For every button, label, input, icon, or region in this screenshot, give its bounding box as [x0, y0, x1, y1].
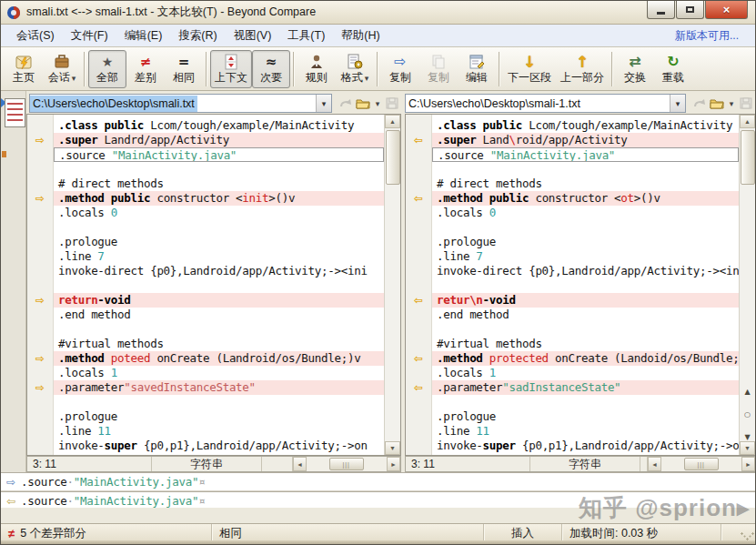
- ignore-unimportant-button[interactable]: ≈次要: [252, 50, 290, 88]
- scroll-down-icon[interactable]: ▼: [740, 441, 755, 455]
- left-vscroll-thumb[interactable]: [386, 130, 400, 185]
- code-line[interactable]: [54, 220, 384, 235]
- diff-marker-icon[interactable]: ⇦: [406, 133, 431, 147]
- code-line[interactable]: .locals 0: [432, 206, 739, 220]
- diff-marker-icon[interactable]: ⇨: [27, 293, 53, 308]
- scroll-down-icon[interactable]: ▼: [385, 441, 400, 455]
- code-line[interactable]: [432, 322, 739, 337]
- menu-item-2[interactable]: 编辑(E): [116, 25, 171, 46]
- code-line[interactable]: .line 7: [432, 249, 739, 264]
- menu-item-0[interactable]: 会话(S): [8, 25, 63, 46]
- center-diff-icon[interactable]: ○: [740, 410, 755, 419]
- left-save-icon[interactable]: [383, 96, 401, 112]
- diff-marker-icon[interactable]: ⇦: [406, 191, 431, 206]
- show-all-button[interactable]: ★全部: [88, 50, 126, 88]
- diff-marker-icon[interactable]: ⇦: [406, 351, 431, 366]
- left-hscrollbar[interactable]: ◄ ||| ►: [292, 457, 400, 471]
- code-line[interactable]: #virtual methods: [432, 337, 739, 351]
- right-hscrollbar[interactable]: ◄ ||| ►: [647, 457, 755, 471]
- code-line[interactable]: .prologue: [54, 235, 384, 249]
- code-line[interactable]: .end method: [432, 308, 739, 322]
- prev-diff-icon[interactable]: ▲: [740, 388, 755, 397]
- overview-strip[interactable]: [1, 91, 26, 472]
- code-line[interactable]: .method protected onCreate (Landoid/os/B…: [432, 351, 739, 366]
- code-line[interactable]: .parameter"savedInstanceState": [54, 380, 384, 395]
- left-path-dropdown-icon[interactable]: ▾: [316, 95, 331, 112]
- code-line[interactable]: [54, 162, 384, 177]
- menu-item-5[interactable]: 工具(T): [279, 25, 333, 46]
- right-vscrollbar[interactable]: ▲ ▲ ○ ▼ ▼: [739, 115, 755, 455]
- code-line[interactable]: invoke-direct {p0},Landroid/app/Activity…: [432, 264, 739, 278]
- left-vscrollbar[interactable]: ▲ ▼: [384, 115, 400, 455]
- code-line[interactable]: return-void: [54, 293, 384, 308]
- code-line[interactable]: [54, 278, 384, 293]
- scroll-left-icon[interactable]: ◄: [293, 457, 307, 471]
- reload-button[interactable]: ↻重载: [654, 50, 692, 88]
- right-path-combo[interactable]: C:\Users\echo\Desktop\smali-1.txt ▾: [405, 94, 686, 113]
- code-line[interactable]: .line 7: [54, 249, 384, 264]
- left-open-dropdown-icon[interactable]: ▾: [372, 96, 383, 112]
- code-line[interactable]: .locals 1: [54, 366, 384, 380]
- code-line[interactable]: .method public constructor <init>()v: [54, 191, 384, 206]
- code-line[interactable]: .super Land\roid/app/Activity: [432, 133, 739, 147]
- code-line[interactable]: invoke-super {p0,p1},Landroid/app/Activi…: [54, 439, 384, 453]
- right-path-dropdown-icon[interactable]: ▾: [670, 95, 685, 112]
- code-line[interactable]: .super Landrd/app/Activity: [54, 133, 384, 147]
- left-code-area[interactable]: .class public Lcom/tough/example/MainAct…: [54, 115, 384, 455]
- code-line[interactable]: invoke-direct {p0},Landroid/app/Activity…: [54, 264, 384, 278]
- scroll-left-icon[interactable]: ◄: [648, 457, 661, 471]
- code-line[interactable]: .line 11: [54, 424, 384, 439]
- code-line[interactable]: #virtual methods: [54, 337, 384, 351]
- right-save-icon[interactable]: [737, 96, 755, 112]
- sessions-button[interactable]: 会话▾: [43, 50, 81, 88]
- scroll-right-icon[interactable]: ►: [387, 457, 400, 471]
- code-line[interactable]: .class public Lcom/tough/example/MainAct…: [54, 118, 384, 133]
- menu-item-1[interactable]: 文件(F): [63, 25, 116, 46]
- right-hscroll-thumb[interactable]: |||: [684, 458, 719, 470]
- code-line[interactable]: [432, 278, 739, 293]
- scroll-right-icon[interactable]: ►: [741, 457, 755, 471]
- right-open-dropdown-icon[interactable]: ▾: [726, 96, 737, 112]
- show-same-button[interactable]: =相同: [165, 50, 203, 88]
- swap-button[interactable]: ⇄交换: [616, 50, 654, 88]
- menu-item-4[interactable]: 视图(V): [226, 25, 280, 46]
- menu-item-6[interactable]: 帮助(H): [333, 25, 388, 46]
- new-version-link[interactable]: 新版本可用...: [675, 28, 748, 44]
- resize-grip[interactable]: [741, 527, 753, 540]
- menu-item-3[interactable]: 搜索(R): [170, 25, 225, 46]
- code-line[interactable]: .prologue: [432, 235, 739, 249]
- right-open-folder-icon[interactable]: [708, 96, 726, 112]
- code-line[interactable]: [432, 162, 739, 177]
- edit-button[interactable]: 编辑: [458, 50, 496, 88]
- right-revert-icon[interactable]: [690, 96, 708, 112]
- code-line[interactable]: # direct methods: [432, 177, 739, 191]
- code-line[interactable]: .class public Lcom/tough/example/MainAct…: [432, 118, 739, 133]
- left-path-combo[interactable]: C:\Users\echo\Desktop\smali.txt ▾: [29, 94, 332, 113]
- left-hscroll-thumb[interactable]: |||: [329, 458, 364, 470]
- code-line[interactable]: .source "MainActivity.java": [432, 147, 739, 162]
- left-file-pane[interactable]: ⇨⇨⇨⇨⇨ .class public Lcom/tough/example/M…: [26, 114, 401, 456]
- scroll-up-icon[interactable]: ▲: [740, 115, 755, 128]
- home-button[interactable]: 主页: [5, 50, 43, 88]
- code-line[interactable]: .line 11: [432, 424, 739, 439]
- close-button[interactable]: ×: [705, 1, 748, 19]
- show-differences-button[interactable]: ≠差别: [126, 50, 165, 88]
- diff-marker-icon[interactable]: ⇨: [27, 351, 53, 366]
- code-line[interactable]: [432, 220, 739, 235]
- code-line[interactable]: .method poteed onCreate (Landroid/os/Bun…: [54, 351, 384, 366]
- code-line[interactable]: retur\n-void: [432, 293, 739, 308]
- diff-marker-icon[interactable]: ⇨: [27, 133, 53, 147]
- code-line[interactable]: .locals 0: [54, 206, 384, 220]
- code-line[interactable]: .method public constructor <ot>()v: [432, 191, 739, 206]
- scroll-up-icon[interactable]: ▲: [385, 115, 400, 128]
- left-revert-icon[interactable]: [336, 96, 354, 112]
- format-button[interactable]: 格式▾: [336, 50, 374, 88]
- code-line[interactable]: .parameter"sadInstanceState": [432, 380, 739, 395]
- code-line[interactable]: # direct methods: [54, 177, 384, 191]
- code-line[interactable]: .locals 1: [432, 366, 739, 380]
- minimize-button[interactable]: [647, 1, 675, 19]
- code-line[interactable]: [54, 322, 384, 337]
- prev-part-button[interactable]: ↑上一部分: [556, 50, 609, 88]
- diff-marker-icon[interactable]: ⇨: [27, 380, 53, 395]
- diff-marker-icon[interactable]: ⇦: [406, 293, 431, 308]
